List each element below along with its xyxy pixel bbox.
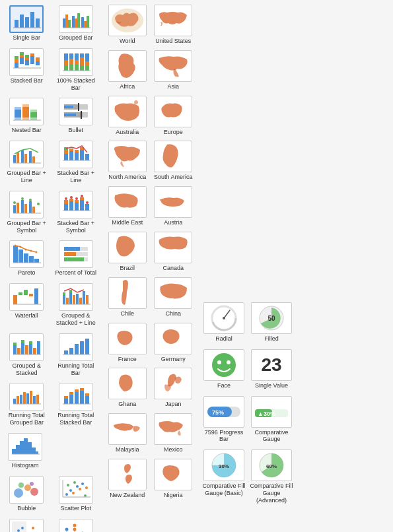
map-item-south-america[interactable]: South America	[151, 139, 196, 183]
chart-item-grouped-bar-symbol[interactable]: Grouped Bar + Symbol	[3, 188, 51, 237]
svg-point-185	[24, 484, 31, 491]
chart-thumb-grouped-bar-symbol	[9, 191, 44, 218]
special-item-progress-bar[interactable]: 75% 7596 Progress Bar	[201, 393, 247, 446]
map-label-mexico: Mexico	[164, 446, 183, 453]
svg-rect-126	[34, 288, 38, 304]
map-item-united-states[interactable]: United States	[151, 3, 196, 47]
map-item-north-america[interactable]: North America	[105, 139, 150, 183]
svg-rect-154	[85, 339, 89, 354]
svg-rect-80	[17, 203, 19, 213]
chart-item-100-stacked-bar[interactable]: 100% Stacked Bar	[52, 46, 100, 94]
svg-point-184	[14, 488, 23, 498]
special-thumb-single-value: 23	[251, 349, 292, 381]
svg-point-213	[65, 527, 68, 531]
svg-rect-25	[30, 56, 34, 64]
chart-item-grouped-bar-line[interactable]: Grouped Bar + Line	[3, 138, 51, 187]
chart-thumb-grouped-bar	[59, 5, 93, 33]
special-item-comparative-fill-basic[interactable]: 30% Comparative Fill Gauge (Basic)	[201, 447, 247, 506]
svg-rect-160	[26, 393, 29, 404]
chart-item-category-scatter[interactable]: Category Scatter	[3, 516, 51, 532]
svg-rect-4	[36, 18, 40, 28]
chart-thumb-stacked-bar	[9, 48, 44, 76]
svg-rect-141	[17, 348, 20, 354]
map-item-australia[interactable]: Australia	[105, 94, 150, 138]
special-label-face: Face	[217, 382, 231, 389]
map-item-africa[interactable]: Africa	[105, 48, 150, 92]
special-item-filled[interactable]: 50 Filled	[248, 300, 295, 345]
svg-rect-47	[15, 110, 21, 117]
map-item-japan[interactable]: Japan	[151, 366, 196, 410]
svg-point-193	[79, 488, 81, 490]
map-thumb-japan	[154, 368, 192, 399]
chart-item-grouped-bar[interactable]: Grouped Bar	[52, 3, 100, 44]
svg-rect-77	[85, 154, 89, 160]
chart-item-running-total-grouped-bar[interactable]: Running Total Grouped Bar	[3, 380, 51, 429]
special-thumb-comparative-fill-advanced: 60%	[251, 449, 292, 481]
map-item-austria[interactable]: Austria	[151, 184, 196, 228]
special-item-radial[interactable]: Radial	[201, 300, 247, 345]
chart-item-single-bar[interactable]: Single Bar	[3, 3, 51, 44]
map-label-chile: Chile	[120, 310, 134, 317]
map-item-new-zealand[interactable]: New Zealand	[105, 457, 150, 501]
map-item-germany[interactable]: Germany	[151, 321, 196, 365]
svg-rect-66	[32, 156, 35, 163]
svg-rect-72	[69, 149, 73, 151]
svg-rect-145	[29, 344, 32, 354]
special-item-face[interactable]: Face	[201, 347, 247, 392]
chart-thumb-stacked-bar-symbol	[59, 191, 93, 218]
svg-rect-139	[13, 345, 17, 354]
chart-thumb-grouped-bar-line	[9, 141, 44, 168]
map-thumb-malaysia	[108, 413, 147, 445]
svg-text:75%: 75%	[212, 409, 224, 416]
chart-item-running-total-bar[interactable]: Running Total Bar	[52, 331, 100, 380]
svg-rect-79	[13, 205, 16, 213]
special-item-comparative-gauge[interactable]: ▲30% Comparative Gauge	[248, 393, 295, 446]
chart-item-running-total-stacked-bar[interactable]: Running Total Stacked Bar	[52, 380, 100, 429]
svg-point-195	[85, 486, 88, 489]
map-label-japan: Japan	[165, 401, 182, 408]
svg-rect-81	[21, 200, 24, 213]
map-item-ghana[interactable]: Ghana	[105, 366, 150, 410]
map-item-middle-east[interactable]: Middle East	[105, 184, 150, 228]
chart-item-grouped-stacked[interactable]: Grouped & Stacked	[3, 331, 51, 380]
svg-rect-166	[64, 396, 68, 399]
map-item-france[interactable]: France	[105, 321, 150, 365]
svg-rect-75	[80, 150, 84, 160]
chart-item-bubble[interactable]: Bubble	[3, 473, 51, 515]
svg-rect-132	[69, 290, 72, 292]
map-item-nigeria[interactable]: Nigeria	[151, 457, 196, 501]
map-item-malaysia[interactable]: Malaysia	[105, 411, 150, 455]
svg-point-191	[72, 492, 75, 494]
chart-item-scatter-plot[interactable]: Scatter Plot	[52, 473, 100, 515]
chart-item-nested-bar[interactable]: Nested Bar	[3, 95, 51, 137]
chart-item-bullet[interactable]: Bullet	[52, 95, 100, 137]
chart-item-stacked-bar-symbol[interactable]: Stacked Bar + Symbol	[52, 188, 100, 237]
map-item-canada[interactable]: Canada	[151, 230, 196, 274]
svg-rect-142	[21, 343, 24, 354]
map-item-brazil[interactable]: Brazil	[105, 230, 150, 274]
chart-item-pareto[interactable]: Pareto	[3, 238, 51, 279]
chart-item-grouped-stacked-line[interactable]: Grouped & Stacked + Line	[52, 281, 100, 329]
chart-item-stacked-bar-line[interactable]: Stacked Bar + Line	[52, 138, 100, 187]
svg-rect-20	[20, 55, 24, 57]
svg-point-277	[212, 353, 236, 377]
special-item-comparative-fill-advanced[interactable]: 60% Comparative Fill Gauge (Advanced)	[248, 447, 295, 506]
map-item-world[interactable]: World	[105, 3, 150, 47]
map-item-china[interactable]: China	[151, 275, 196, 319]
map-item-asia[interactable]: Asia	[151, 48, 196, 92]
map-item-europe[interactable]: Europe	[151, 94, 196, 138]
svg-rect-10	[75, 18, 77, 28]
special-item-single-value[interactable]: 23 Single Value	[248, 347, 295, 392]
special-thumb-comparative-gauge: ▲30%	[251, 396, 292, 428]
chart-item-waterfall[interactable]: Waterfall	[3, 281, 51, 329]
map-item-chile[interactable]: Chile	[105, 275, 150, 319]
svg-point-192	[76, 485, 79, 488]
map-item-mexico[interactable]: Mexico	[151, 411, 196, 455]
svg-rect-8	[68, 20, 71, 28]
chart-item-histogram[interactable]: Histogram	[3, 430, 44, 472]
chart-item-vertical-symbol[interactable]: Vertical Symbol	[52, 516, 100, 532]
svg-rect-61	[13, 155, 16, 163]
svg-rect-157	[17, 396, 19, 404]
chart-item-percent-of-total[interactable]: Percent of Total	[52, 238, 100, 279]
chart-item-stacked-bar[interactable]: Stacked Bar	[3, 46, 51, 94]
